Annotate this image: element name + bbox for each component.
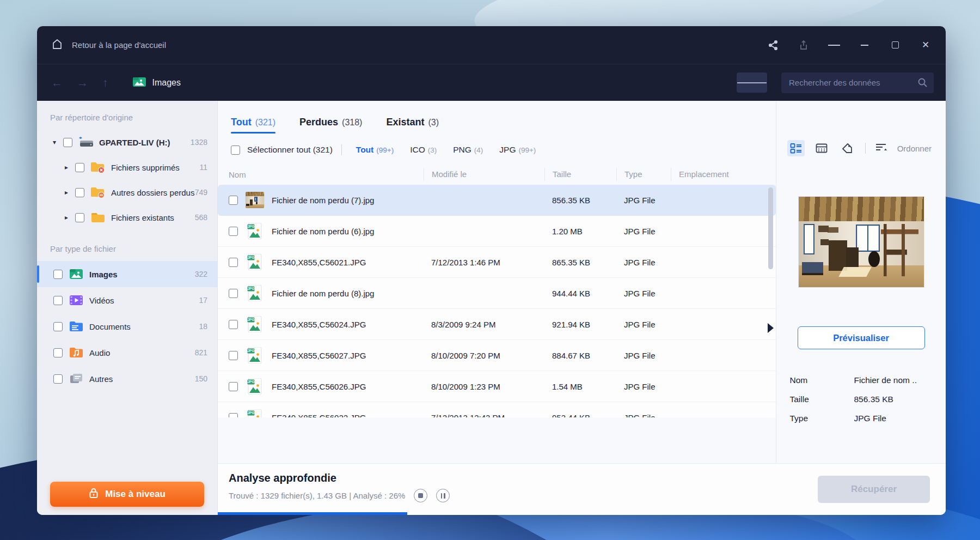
file-details: Nom Fichier de nom .. Taille 856.35 KB T… xyxy=(790,375,933,423)
maximize-icon[interactable] xyxy=(889,39,901,51)
recover-button[interactable]: Récupérer xyxy=(818,476,930,503)
file-name: Fichier de nom perdu (8).jpg xyxy=(272,289,374,298)
file-size: 1.54 MB xyxy=(544,382,616,391)
up-icon[interactable]: ↑ xyxy=(102,76,108,89)
col-location[interactable]: Emplacement xyxy=(671,168,759,181)
share-icon[interactable] xyxy=(767,39,779,51)
sidebar-tree-item[interactable]: ▸ Fichiers supprimés 11 xyxy=(37,155,217,180)
preview-image[interactable] xyxy=(799,197,924,287)
row-checkbox[interactable] xyxy=(229,351,238,360)
table-row[interactable]: JPG FE340,X855,C56021.JPG 7/12/2013 1:46… xyxy=(218,247,776,278)
select-all-checkbox[interactable] xyxy=(231,145,240,155)
scan-title: Analyse approfondie xyxy=(229,472,450,484)
file-type: JPG File xyxy=(616,289,671,298)
item-checkbox[interactable] xyxy=(75,163,84,172)
item-checkbox[interactable] xyxy=(75,213,84,222)
svg-text:JPG: JPG xyxy=(247,349,254,353)
expander-icon[interactable]: ▸ xyxy=(62,189,71,196)
item-count: 568 xyxy=(195,213,207,222)
format-filter-chip[interactable]: ICO (3) xyxy=(410,145,437,155)
row-checkbox[interactable] xyxy=(229,320,238,329)
file-name: FE340,X855,C56024.JPG xyxy=(272,320,366,329)
order-label[interactable]: Ordonner xyxy=(897,144,932,153)
sidebar-type-item[interactable]: Images 322 xyxy=(37,261,217,287)
file-date: 7/12/2013 1:46 PM xyxy=(424,258,544,267)
row-checkbox[interactable] xyxy=(229,196,238,205)
row-checkbox[interactable] xyxy=(229,258,238,267)
home-button[interactable]: Retour à la page d'accueil xyxy=(51,38,166,52)
table-row[interactable]: JPG Fichier de nom perdu (6).jpg 1.20 MB… xyxy=(218,216,776,247)
list-menu-button[interactable] xyxy=(737,72,767,93)
file-name: FE340,X855,C56027.JPG xyxy=(272,351,366,360)
tab[interactable]: Existant (3) xyxy=(386,117,439,136)
col-type[interactable]: Type xyxy=(616,168,671,181)
file-icon xyxy=(246,192,264,208)
col-size[interactable]: Taille xyxy=(544,168,616,181)
item-checkbox[interactable] xyxy=(53,296,63,305)
file-type: JPG File xyxy=(616,382,671,391)
breadcrumb[interactable]: Images xyxy=(132,76,181,90)
sidebar-tree-item[interactable]: ▸ Autres dossiers perdus 749 xyxy=(37,180,217,205)
table-row[interactable]: JPG FE340,X855,C56024.JPG 8/3/2009 9:24 … xyxy=(218,309,776,340)
back-icon[interactable]: ← xyxy=(51,76,63,89)
view-toolbar: Ordonner xyxy=(787,140,946,156)
expander-icon[interactable]: ▸ xyxy=(62,214,71,221)
row-checkbox[interactable] xyxy=(229,289,238,298)
tab[interactable]: Tout (321) xyxy=(231,117,275,136)
table-row[interactable]: JPG FE340,X855,C56026.JPG 8/10/2009 1:23… xyxy=(218,371,776,402)
item-checkbox[interactable] xyxy=(53,348,63,357)
tag-view-icon[interactable] xyxy=(838,140,856,156)
expander-icon[interactable]: ▸ xyxy=(62,163,71,171)
item-count: 11 xyxy=(199,163,207,172)
item-count: 749 xyxy=(195,188,207,197)
item-icon xyxy=(90,185,106,199)
svg-text:JPG: JPG xyxy=(247,411,254,415)
table-row[interactable]: JPG Fichier de nom perdu (8).jpg 944.44 … xyxy=(218,278,776,309)
select-all[interactable]: Sélectionner tout (321) xyxy=(231,145,333,155)
forward-icon[interactable]: → xyxy=(77,76,88,89)
search-input[interactable] xyxy=(781,72,934,93)
stop-scan-icon[interactable] xyxy=(414,489,427,502)
table-row[interactable]: JPG FE340,X855,C56022.JPG 7/12/2013 12:4… xyxy=(218,402,776,417)
file-size: 953.44 KB xyxy=(544,413,616,418)
format-filter-chip[interactable]: JPG (99+) xyxy=(499,145,536,155)
item-checkbox[interactable] xyxy=(75,188,84,197)
search-icon[interactable] xyxy=(917,77,928,90)
item-checkbox[interactable] xyxy=(53,322,63,331)
table-row[interactable]: JPG FE340,X855,C56027.JPG 8/10/2009 7:20… xyxy=(218,340,776,371)
item-icon xyxy=(90,210,106,225)
menu-icon[interactable] xyxy=(828,39,840,51)
item-checkbox[interactable] xyxy=(63,138,72,147)
table-row[interactable]: Fichier de nom perdu (7).jpg 856.35 KB J… xyxy=(218,185,776,216)
sidebar-tree-item[interactable]: ▸ Fichiers existants 568 xyxy=(37,205,217,230)
expander-icon[interactable]: ▾ xyxy=(50,138,59,146)
sidebar-type-item[interactable]: Autres 150 xyxy=(37,366,217,392)
row-checkbox[interactable] xyxy=(229,382,238,391)
collapse-panel-icon[interactable] xyxy=(768,323,774,333)
minimize-icon[interactable] xyxy=(859,39,871,51)
file-date: 8/10/2009 7:20 PM xyxy=(424,351,544,360)
preview-button[interactable]: Prévisualiser xyxy=(798,326,925,349)
list-view-icon[interactable] xyxy=(787,140,805,156)
close-icon[interactable]: ✕ xyxy=(920,39,932,51)
row-checkbox[interactable] xyxy=(229,413,238,418)
pause-scan-icon[interactable] xyxy=(436,489,450,502)
item-checkbox[interactable] xyxy=(53,374,63,384)
col-modified[interactable]: Modifié le xyxy=(424,168,544,181)
sidebar-type-item[interactable]: Documents 18 xyxy=(37,313,217,339)
sidebar-tree-item[interactable]: ▾ GPARTED-LIV (H:) 1328 xyxy=(37,130,217,155)
row-checkbox[interactable] xyxy=(229,227,238,236)
col-name[interactable]: Nom xyxy=(218,170,424,179)
export-icon[interactable] xyxy=(798,39,810,51)
tab[interactable]: Perdues (318) xyxy=(299,117,362,136)
sort-icon[interactable] xyxy=(875,142,888,155)
format-filter-chip[interactable]: PNG (4) xyxy=(453,145,483,155)
item-icon xyxy=(68,293,84,307)
sidebar-type-item[interactable]: Audio 821 xyxy=(37,339,217,366)
upgrade-button[interactable]: Mise à niveau xyxy=(50,482,204,507)
sidebar-type-item[interactable]: Vidéos 17 xyxy=(37,287,217,313)
item-checkbox[interactable] xyxy=(53,270,63,279)
scrollbar-thumb[interactable] xyxy=(768,187,773,269)
thumbnail-view-icon[interactable] xyxy=(813,140,830,156)
format-filter-chip[interactable]: Tout (99+) xyxy=(356,145,394,155)
